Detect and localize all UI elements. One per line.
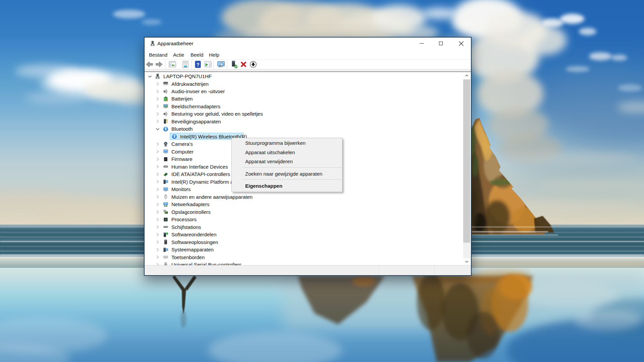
svg-text:?: ? — [196, 62, 199, 67]
